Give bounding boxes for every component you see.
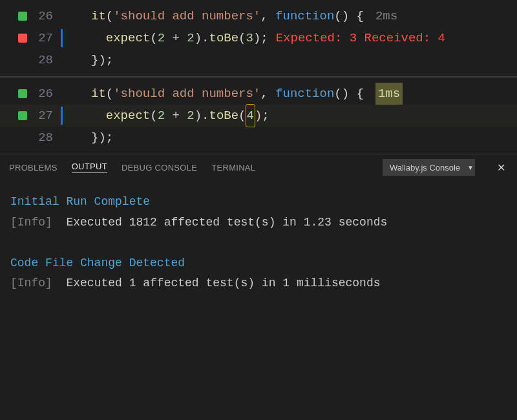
code-line[interactable]: 27 expect(2 + 2).toBe(4); (0, 105, 517, 127)
code-line[interactable]: 26it('should add numbers', function() {1… (0, 83, 517, 105)
code-content[interactable]: }); (63, 127, 517, 149)
log-line: [Info] Executed 1 affected test(s) in 1 … (10, 273, 507, 294)
log-info-tag: [Info] (10, 216, 66, 229)
code-token: () { (334, 83, 364, 105)
code-line[interactable]: 26it('should add numbers', function() {2… (0, 5, 517, 27)
panel-tab-output[interactable]: OUTPUT (72, 162, 107, 173)
code-token: + (165, 27, 187, 49)
code-token: ); (253, 27, 268, 49)
code-token: ). (195, 105, 209, 127)
panel-tab-problems[interactable]: PROBLEMS (9, 163, 58, 173)
code-token: toBe (209, 105, 238, 127)
bottom-panel: PROBLEMSOUTPUTDEBUG CONSOLETERMINALWalla… (0, 154, 517, 306)
code-token: ( (238, 105, 246, 127)
line-number: 28 (34, 49, 53, 71)
log-text: Executed 1812 affected test(s) in 1.23 s… (66, 216, 387, 229)
log-line (10, 233, 507, 253)
line-number: 27 (34, 27, 53, 49)
code-token: toBe (209, 27, 238, 49)
code-token: expect (106, 105, 150, 127)
code-token: 2 (187, 27, 194, 49)
code-token: + (165, 105, 187, 127)
line-number: 27 (34, 105, 53, 127)
gutter: 27 (0, 105, 59, 127)
code-content[interactable]: expect(2 + 2).toBe(3);Expected: 3 Receiv… (63, 27, 517, 49)
code-token (91, 105, 106, 127)
panel-tab-terminal[interactable]: TERMINAL (211, 163, 255, 173)
code-token: it (91, 5, 106, 27)
panel-tabs: PROBLEMSOUTPUTDEBUG CONSOLETERMINALWalla… (0, 154, 517, 180)
code-token: function (275, 5, 334, 27)
code-token: function (275, 83, 334, 105)
log-line: Code File Change Detected (10, 253, 507, 274)
code-line[interactable]: 28}); (0, 49, 517, 71)
code-token: expect (106, 27, 150, 49)
log-line: Initial Run Complete (10, 192, 507, 213)
code-token: , (260, 83, 275, 105)
gutter: 27 (0, 27, 59, 49)
log-text: Executed 1 affected test(s) in 1 millise… (66, 277, 380, 289)
code-token: ( (238, 27, 246, 49)
code-token: ( (150, 27, 157, 49)
close-icon[interactable]: ✕ (494, 162, 508, 174)
code-token: () { (334, 5, 364, 27)
output-body[interactable]: Initial Run Complete[Info] Executed 1812… (0, 180, 517, 306)
test-status-marker (18, 89, 27, 98)
log-heading: Code File Change Detected (10, 257, 185, 269)
code-token (91, 27, 106, 49)
test-status-marker (18, 133, 27, 142)
code-token: 2 (158, 27, 165, 49)
panel-tabs-right: Wallaby.js Console▼✕ (383, 159, 508, 176)
code-token: 2 (158, 105, 165, 127)
inline-timing: 2ms (375, 5, 397, 27)
log-info-tag: [Info] (10, 277, 66, 289)
code-token: 2 (187, 105, 194, 127)
code-content[interactable]: }); (63, 49, 517, 71)
line-number: 28 (34, 127, 53, 149)
code-token: , (260, 5, 275, 27)
editor-pane[interactable]: 26it('should add numbers', function() {2… (0, 0, 517, 76)
code-token: ( (106, 5, 113, 27)
code-token: ); (255, 105, 269, 127)
code-content[interactable]: it('should add numbers', function() {1ms (63, 83, 517, 105)
line-number: 26 (34, 83, 53, 105)
code-token: ( (106, 83, 113, 105)
gutter: 26 (0, 5, 59, 27)
code-token: ( (150, 105, 157, 127)
editor-pane[interactable]: 26it('should add numbers', function() {1… (0, 78, 517, 154)
gutter: 28 (0, 127, 59, 149)
test-status-marker (18, 34, 27, 43)
code-token: 'should add numbers' (113, 83, 260, 105)
test-status-marker (18, 111, 27, 120)
gutter: 28 (0, 49, 59, 71)
code-token: 3 (246, 27, 253, 49)
panel-tab-debug-console[interactable]: DEBUG CONSOLE (121, 163, 197, 173)
test-status-marker (18, 56, 27, 65)
code-token: 'should add numbers' (113, 5, 260, 27)
code-token: }); (91, 49, 113, 71)
log-heading: Initial Run Complete (10, 195, 150, 208)
code-token: it (91, 83, 106, 105)
inline-error: Expected: 3 Received: 4 (276, 27, 445, 49)
log-line: [Info] Executed 1812 affected test(s) in… (10, 213, 507, 233)
output-channel-dropdown[interactable]: Wallaby.js Console (383, 159, 475, 176)
code-token: 4 (246, 105, 255, 127)
code-token: }); (91, 127, 113, 149)
code-content[interactable]: expect(2 + 2).toBe(4); (63, 105, 517, 127)
test-status-marker (18, 12, 27, 21)
code-content[interactable]: it('should add numbers', function() {2ms (63, 5, 517, 27)
line-number: 26 (34, 5, 53, 27)
code-line[interactable]: 27 expect(2 + 2).toBe(3);Expected: 3 Rec… (0, 27, 517, 49)
inline-timing: 1ms (375, 83, 403, 105)
gutter: 26 (0, 83, 59, 105)
code-line[interactable]: 28}); (0, 127, 517, 149)
code-token: ). (195, 27, 209, 49)
